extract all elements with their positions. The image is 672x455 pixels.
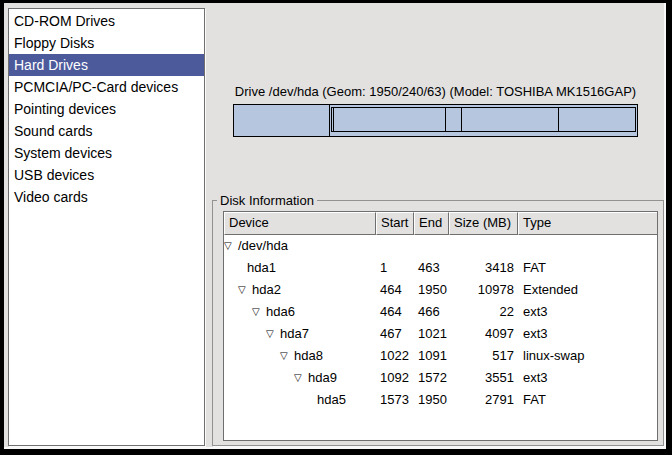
partition-segment-hda1	[233, 104, 330, 137]
sidebar-item-system-devices[interactable]: System devices	[9, 142, 204, 164]
tree-indent	[224, 312, 252, 313]
table-row-hda8[interactable]: ▽hda810221091517linux-swap	[224, 345, 657, 367]
sidebar-item-sound-cards[interactable]: Sound cards	[9, 120, 204, 142]
column-header-device[interactable]: Device	[224, 212, 376, 235]
sidebar-item-pcmcia-pc-card-devices[interactable]: PCMCIA/PC-Card devices	[9, 76, 204, 98]
table-row-hda9[interactable]: ▽hda9109215723551ext3	[224, 367, 657, 389]
size-cell: 3551	[449, 367, 518, 389]
start-cell: 467	[376, 323, 414, 345]
size-cell	[449, 235, 518, 257]
size-cell: 2791	[449, 389, 518, 411]
partition-segment-hda2	[329, 104, 638, 137]
disk-information-frame: Disk Information DeviceStartEndSize (MB)…	[212, 200, 664, 446]
expander-open-icon[interactable]: ▽	[266, 323, 280, 345]
tree-indent	[224, 400, 308, 401]
tree-indent	[224, 290, 238, 291]
expander-open-icon[interactable]: ▽	[280, 345, 294, 367]
table-row-dev-hda[interactable]: ▽/dev/hda	[224, 235, 657, 257]
type-cell	[518, 235, 657, 257]
sidebar-item-usb-devices[interactable]: USB devices	[9, 164, 204, 186]
partition-segment-hda7	[333, 107, 446, 132]
device-cell: ▽hda6	[224, 301, 376, 323]
size-cell: 3418	[449, 257, 518, 279]
end-cell	[414, 235, 449, 257]
drive-title: Drive /dev/hda (Geom: 1950/240/63) (Mode…	[233, 84, 638, 102]
start-cell: 1022	[376, 345, 414, 367]
hardware-browser-window: CD-ROM DrivesFloppy DisksHard DrivesPCMC…	[0, 0, 672, 455]
type-cell: FAT	[518, 257, 657, 279]
table-row-hda7[interactable]: ▽hda746710214097ext3	[224, 323, 657, 345]
start-cell: 464	[376, 279, 414, 301]
tree-indent	[224, 356, 280, 357]
end-cell: 1950	[414, 389, 449, 411]
sidebar-item-video-cards[interactable]: Video cards	[9, 186, 204, 208]
table-row-hda1[interactable]: hda114633418FAT	[224, 257, 657, 279]
device-cell: ▽hda9	[224, 367, 376, 389]
device-cell: ▽hda8	[224, 345, 376, 367]
column-header-size-mb[interactable]: Size (MB)	[449, 212, 518, 235]
size-cell: 22	[449, 301, 518, 323]
end-cell: 466	[414, 301, 449, 323]
table-header-row: DeviceStartEndSize (MB)Type	[224, 212, 657, 235]
device-name: hda7	[280, 323, 309, 345]
device-cell: ▽hda7	[224, 323, 376, 345]
expander-open-icon[interactable]: ▽	[224, 235, 238, 257]
type-cell: ext3	[518, 367, 657, 389]
table-row-hda6[interactable]: ▽hda646446622ext3	[224, 301, 657, 323]
sidebar-item-pointing-devices[interactable]: Pointing devices	[9, 98, 204, 120]
expander-open-icon[interactable]: ▽	[252, 301, 266, 323]
expander-open-icon[interactable]: ▽	[294, 367, 308, 389]
tree-indent	[224, 334, 266, 335]
start-cell: 464	[376, 301, 414, 323]
disk-information-table: DeviceStartEndSize (MB)Type ▽/dev/hdahda…	[223, 211, 658, 441]
size-cell: 517	[449, 345, 518, 367]
end-cell: 1572	[414, 367, 449, 389]
expander-open-icon[interactable]: ▽	[238, 279, 252, 301]
type-cell: ext3	[518, 323, 657, 345]
device-name: hda9	[308, 367, 337, 389]
size-cell: 10978	[449, 279, 518, 301]
partition-bar	[233, 104, 638, 137]
window-content: CD-ROM DrivesFloppy DisksHard DrivesPCMC…	[4, 3, 666, 449]
partition-segment-hda5	[558, 107, 636, 132]
sidebar-item-cd-rom-drives[interactable]: CD-ROM Drives	[9, 10, 204, 32]
start-cell: 1	[376, 257, 414, 279]
tree-indent	[224, 268, 238, 269]
end-cell: 463	[414, 257, 449, 279]
device-name: hda6	[266, 301, 295, 323]
column-header-end[interactable]: End	[414, 212, 449, 235]
start-cell: 1573	[376, 389, 414, 411]
device-name: /dev/hda	[238, 235, 288, 257]
device-name: hda1	[247, 257, 276, 279]
sidebar-item-hard-drives[interactable]: Hard Drives	[9, 54, 204, 76]
size-cell: 4097	[449, 323, 518, 345]
device-cell: hda1	[224, 257, 376, 279]
device-name: hda2	[252, 279, 281, 301]
table-row-hda5[interactable]: hda5157319502791FAT	[224, 389, 657, 411]
device-name: hda5	[317, 389, 346, 411]
sidebar-item-floppy-disks[interactable]: Floppy Disks	[9, 32, 204, 54]
logical-partitions-strip	[331, 107, 636, 132]
device-name: hda8	[294, 345, 323, 367]
table-row-hda2[interactable]: ▽hda2464195010978Extended	[224, 279, 657, 301]
type-cell: linux-swap	[518, 345, 657, 367]
start-cell: 1092	[376, 367, 414, 389]
device-cell: ▽/dev/hda	[224, 235, 376, 257]
type-cell: FAT	[518, 389, 657, 411]
tree-indent	[224, 378, 294, 379]
type-cell: Extended	[518, 279, 657, 301]
end-cell: 1021	[414, 323, 449, 345]
disk-information-label: Disk Information	[217, 193, 317, 208]
end-cell: 1091	[414, 345, 449, 367]
device-cell: ▽hda2	[224, 279, 376, 301]
column-header-type[interactable]: Type	[518, 212, 657, 235]
table-body: ▽/dev/hdahda114633418FAT▽hda246419501097…	[224, 235, 657, 411]
device-cell: hda5	[224, 389, 376, 411]
type-cell: ext3	[518, 301, 657, 323]
partition-segment-hda8	[445, 107, 461, 132]
start-cell	[376, 235, 414, 257]
column-header-start[interactable]: Start	[376, 212, 414, 235]
end-cell: 1950	[414, 279, 449, 301]
partition-segment-hda9	[461, 107, 560, 132]
device-category-list: CD-ROM DrivesFloppy DisksHard DrivesPCMC…	[8, 8, 205, 446]
